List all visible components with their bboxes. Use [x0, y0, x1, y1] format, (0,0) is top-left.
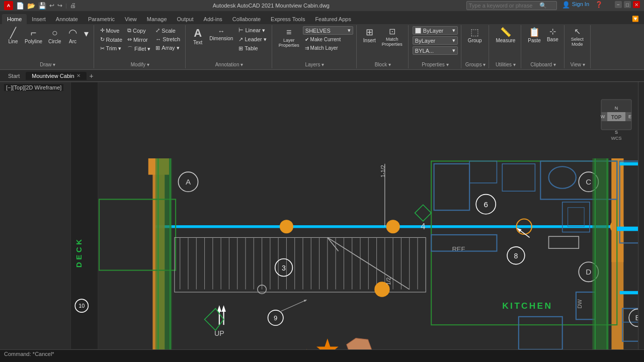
- base-icon: ⊹: [549, 28, 556, 36]
- tool-polyline[interactable]: ⌐ Polyline: [22, 26, 45, 46]
- svg-rect-0: [71, 82, 574, 349]
- tool-rotate[interactable]: ↻ Rotate: [98, 35, 124, 44]
- color-dropdown[interactable]: ByLayer ▾: [413, 26, 458, 35]
- color-chevron: ▾: [452, 27, 455, 34]
- tab-parametric[interactable]: Parametric: [83, 14, 120, 24]
- tool-dimension[interactable]: ↔ Dimension: [207, 26, 235, 43]
- search-bar[interactable]: 🔍: [466, 1, 557, 10]
- tool-table[interactable]: ⊞ Table: [236, 44, 268, 53]
- search-input[interactable]: [469, 3, 539, 9]
- svg-text:C: C: [586, 177, 591, 186]
- fillet-icon: ⌒: [127, 45, 133, 53]
- tab-addins[interactable]: Add-ins: [199, 14, 227, 24]
- tool-trim[interactable]: ✂ Trim ▾: [98, 44, 124, 53]
- tab-start[interactable]: Start: [2, 72, 26, 80]
- tool-array[interactable]: ⊞ Array ▾: [153, 44, 182, 52]
- tool-layer-properties[interactable]: ≡ LayerProperties: [276, 26, 302, 49]
- compass-rose: N S W E TOP WCS: [599, 97, 634, 132]
- svg-text:A: A: [186, 177, 191, 186]
- anno-tools: A Text ↔ Dimension ⊢ Linear ▾ ↗ Leader ▾…: [190, 26, 269, 61]
- qa-plot[interactable]: 🖨: [70, 2, 76, 9]
- linetype-dropdown[interactable]: ByLayer ▾: [413, 36, 458, 45]
- block-label: Block ▾: [361, 61, 405, 67]
- help-icon[interactable]: ❓: [595, 1, 603, 10]
- draw-extra: ▾: [82, 26, 91, 41]
- tool-line[interactable]: ╱ Line: [5, 26, 21, 46]
- tab-insert[interactable]: Insert: [27, 14, 51, 24]
- modify-col2: ⧉ Copy ⇔ Mirror ⌒ Fillet ▾: [125, 26, 152, 54]
- maximize-button[interactable]: □: [624, 1, 631, 8]
- close-button[interactable]: ✕: [633, 1, 640, 8]
- tool-move[interactable]: ✛ Move: [98, 26, 124, 35]
- new-tab-button[interactable]: +: [87, 72, 97, 80]
- props-col: ByLayer ▾ ByLayer ▾ BYLA... ▾: [413, 26, 458, 55]
- vertical-scrollbar[interactable]: [638, 82, 644, 349]
- scale-icon: ⤢: [155, 27, 160, 34]
- mirror-icon: ⇔: [127, 36, 132, 43]
- layers-label: Layers ▾: [276, 61, 353, 67]
- tool-copy[interactable]: ⧉ Copy: [125, 26, 152, 35]
- tool-match-layer[interactable]: ⇉ Match Layer: [303, 44, 340, 52]
- props-tools: ByLayer ▾ ByLayer ▾ BYLA... ▾: [413, 26, 458, 61]
- tab-annotate[interactable]: Annotate: [51, 14, 83, 24]
- svg-text:3: 3: [282, 264, 286, 272]
- rotate-icon: ↻: [100, 36, 105, 43]
- draw-more[interactable]: ▾: [82, 26, 91, 41]
- canvas-area[interactable]: [−][Top][2D Wireframe] DECK 10: [0, 82, 644, 349]
- tab-view[interactable]: View: [120, 14, 142, 24]
- tab-express[interactable]: Express Tools: [266, 14, 310, 24]
- layers-dropdown[interactable]: SHELVES ▾: [303, 26, 353, 35]
- tool-scale[interactable]: ⤢ Scale: [153, 26, 182, 35]
- tool-insert[interactable]: ⊞ Insert: [361, 26, 378, 45]
- tool-measure[interactable]: 📏 Measure: [493, 26, 518, 45]
- tool-text[interactable]: A Text: [190, 26, 206, 47]
- layers-chevron: ▾: [348, 27, 351, 34]
- text-icon: A: [194, 28, 202, 39]
- svg-text:D: D: [586, 267, 591, 276]
- utilities-tools: 📏 Measure: [493, 26, 518, 61]
- tab-manage[interactable]: Manage: [142, 14, 172, 24]
- qa-redo[interactable]: ↪: [57, 2, 62, 9]
- tab-output[interactable]: Output: [172, 14, 199, 24]
- tool-circle[interactable]: ○ Circle: [46, 26, 64, 46]
- lineweight-dropdown[interactable]: BYLA... ▾: [413, 46, 458, 55]
- svg-text:E: E: [628, 114, 631, 119]
- tool-leader[interactable]: ↗ Leader ▾: [236, 35, 268, 44]
- qa-open[interactable]: 📂: [27, 2, 35, 10]
- tool-arc[interactable]: ◠ Arc: [65, 26, 81, 46]
- account-icon[interactable]: 👤: [562, 1, 570, 10]
- qa-new[interactable]: 📄: [16, 2, 24, 10]
- linetype-chevron: ▾: [452, 37, 455, 44]
- tool-match-properties[interactable]: ⊡ MatchProperties: [379, 26, 405, 48]
- tool-base[interactable]: ⊹ Base: [544, 26, 561, 44]
- tool-make-current[interactable]: ✔ Make Current: [303, 36, 343, 43]
- ribbon: Home Insert Annotate Parametric View Man…: [0, 11, 644, 70]
- modify-tools: ✛ Move ↻ Rotate ✂ Trim ▾ ⧉ Copy ⇔ Mirror…: [98, 26, 183, 61]
- polyline-icon: ⌐: [31, 28, 37, 38]
- sign-in-label[interactable]: Sign In: [572, 1, 589, 10]
- qa-save[interactable]: 💾: [38, 2, 46, 10]
- qa-undo[interactable]: ↩: [49, 2, 54, 9]
- tool-fillet[interactable]: ⌒ Fillet ▾: [125, 44, 152, 54]
- tool-stretch[interactable]: ↔ Stretch: [153, 35, 182, 43]
- draw-label: Draw ▾: [5, 61, 91, 67]
- tool-mirror[interactable]: ⇔ Mirror: [125, 35, 152, 44]
- ribbon-content: ╱ Line ⌐ Polyline ○ Circle ◠ Arc ▾: [0, 24, 644, 69]
- tool-linear[interactable]: ⊢ Linear ▾: [236, 26, 268, 35]
- close-tab-icon[interactable]: ✕: [76, 73, 80, 78]
- group-groups: ⬚ Group Groups ▾: [462, 25, 490, 68]
- command-text: Command: *Cancel*: [4, 351, 54, 357]
- tool-group[interactable]: ⬚ Group: [465, 26, 485, 45]
- minimize-button[interactable]: −: [615, 1, 622, 8]
- search-icon[interactable]: 🔍: [539, 2, 547, 9]
- tool-select-mode[interactable]: ↖ SelectMode: [569, 26, 586, 48]
- tab-featured[interactable]: Featured Apps: [310, 14, 356, 24]
- tab-mountview[interactable]: Mountview Cabin ✕: [26, 72, 86, 80]
- title-bar: A 📄 📂 💾 ↩ ↪ | 🖨 Autodesk AutoCAD 2021 Mo…: [0, 0, 644, 11]
- tab-home[interactable]: Home: [2, 14, 27, 24]
- app-logo: A: [4, 1, 13, 10]
- tab-collaborate[interactable]: Collaborate: [227, 14, 266, 24]
- main-area: [−][Top][2D Wireframe] DECK 10: [0, 82, 644, 349]
- tab-extra[interactable]: 🔽: [627, 14, 644, 24]
- tool-paste[interactable]: 📋 Paste: [525, 26, 543, 45]
